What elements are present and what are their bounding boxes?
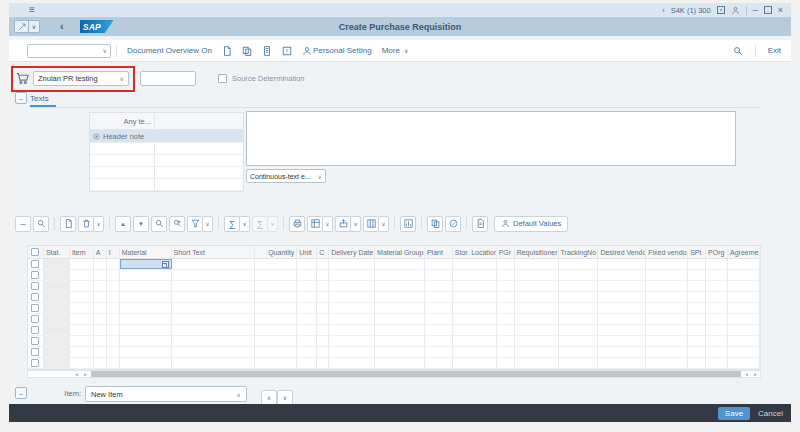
collapse-item-detail-icon[interactable]: –: [15, 387, 27, 399]
export-icon[interactable]: [335, 216, 351, 232]
grid-cell[interactable]: [688, 358, 706, 368]
column-header-item[interactable]: Item: [70, 246, 94, 258]
grid-cell[interactable]: [120, 314, 172, 324]
grid-cell[interactable]: [255, 259, 297, 269]
grid-cell[interactable]: [453, 259, 497, 269]
horizontal-scrollbar[interactable]: ◂ ▸ ◂ ▸: [27, 370, 761, 378]
texts-cell[interactable]: [90, 167, 155, 178]
texts-empty-row[interactable]: [90, 155, 243, 167]
grid-cell[interactable]: [94, 314, 107, 324]
table-search-icon[interactable]: [33, 216, 49, 232]
row-select-cell[interactable]: [28, 325, 44, 335]
grid-cell[interactable]: [375, 358, 425, 368]
texts-row-header-note[interactable]: Header note: [90, 130, 243, 143]
row-checkbox[interactable]: [31, 326, 39, 334]
grid-cell[interactable]: [559, 303, 599, 313]
more-menu-button[interactable]: More ∨: [382, 46, 409, 55]
grid-cell[interactable]: [728, 270, 760, 280]
column-header-c[interactable]: C: [317, 246, 329, 258]
grid-cell[interactable]: [172, 270, 256, 280]
grid-cell[interactable]: [559, 325, 599, 335]
grid-cell[interactable]: [425, 314, 453, 324]
layout-dropdown-icon[interactable]: ∨: [378, 216, 389, 232]
grid-cell[interactable]: [329, 358, 375, 368]
material-cell-focused[interactable]: [120, 259, 172, 269]
grid-cell[interactable]: [559, 358, 599, 368]
texts-cell[interactable]: [155, 179, 243, 190]
grid-cell[interactable]: [317, 325, 329, 335]
grid-cell[interactable]: [497, 259, 515, 269]
sum-icon[interactable]: ∑: [224, 216, 240, 232]
column-header-a[interactable]: A: [94, 246, 107, 258]
grid-cell[interactable]: [70, 303, 94, 313]
grid-cell[interactable]: [598, 292, 646, 302]
grid-cell[interactable]: [598, 347, 646, 357]
hamburger-menu-icon[interactable]: ≡: [29, 5, 35, 15]
row-checkbox[interactable]: [31, 271, 39, 279]
grid-cell[interactable]: [425, 325, 453, 335]
row-checkbox[interactable]: [31, 359, 39, 367]
grid-cell[interactable]: [453, 281, 497, 291]
views-dropdown-icon[interactable]: ∨: [322, 216, 333, 232]
grid-cell[interactable]: [317, 281, 329, 291]
grid-cell[interactable]: [497, 303, 515, 313]
grid-cell[interactable]: [497, 270, 515, 280]
find-next-icon[interactable]: [169, 216, 185, 232]
column-header-material[interactable]: Material: [120, 246, 172, 258]
grid-cell[interactable]: [646, 303, 688, 313]
row-checkbox[interactable]: [31, 304, 39, 312]
grid-cell[interactable]: [172, 292, 256, 302]
grid-cell[interactable]: [375, 336, 425, 346]
grid-cell[interactable]: [375, 281, 425, 291]
grid-cell[interactable]: [646, 347, 688, 357]
grid-cell[interactable]: [120, 281, 172, 291]
row-checkbox[interactable]: [31, 260, 39, 268]
grid-cell[interactable]: [70, 259, 94, 269]
grid-cell[interactable]: [728, 325, 760, 335]
texts-cell[interactable]: [90, 155, 155, 166]
grid-cell[interactable]: [120, 292, 172, 302]
grid-cell[interactable]: [728, 347, 760, 357]
grid-cell[interactable]: [94, 281, 107, 291]
document-overview-button[interactable]: Document Overview On: [127, 46, 212, 55]
row-checkbox[interactable]: [31, 293, 39, 301]
layout-menu-icon[interactable]: [15, 21, 28, 32]
insert-row-icon[interactable]: [60, 216, 76, 232]
maximize-icon[interactable]: [764, 6, 772, 14]
column-header-material-group[interactable]: Material Group: [375, 246, 425, 258]
grid-cell[interactable]: [297, 259, 317, 269]
column-header-delivery-date[interactable]: Delivery Date: [329, 246, 375, 258]
personal-setting-icon[interactable]: [302, 46, 312, 56]
grid-cell[interactable]: [255, 270, 297, 280]
views-icon[interactable]: [307, 216, 323, 232]
exit-button[interactable]: Exit: [768, 46, 781, 55]
grid-cell[interactable]: [172, 303, 256, 313]
grid-cell[interactable]: [120, 347, 172, 357]
grid-cell[interactable]: [728, 336, 760, 346]
scroll-left-icon[interactable]: ◂: [72, 371, 81, 377]
grid-cell[interactable]: [94, 336, 107, 346]
row-select-cell[interactable]: [28, 259, 44, 269]
grid-cell[interactable]: [94, 347, 107, 357]
grid-cell[interactable]: [375, 270, 425, 280]
column-header-unit[interactable]: Unit: [297, 246, 317, 258]
grid-cell[interactable]: [515, 347, 559, 357]
grid-cell[interactable]: [297, 303, 317, 313]
texts-cell[interactable]: [155, 155, 243, 166]
column-header-desired-vendor[interactable]: Desired Vendor: [598, 246, 646, 258]
item-select[interactable]: New Item ∨: [85, 386, 247, 402]
grid-cell[interactable]: [375, 325, 425, 335]
grid-cell[interactable]: [94, 358, 107, 368]
grid-cell[interactable]: [559, 259, 599, 269]
grid-cell[interactable]: [515, 336, 559, 346]
grid-cell[interactable]: [728, 281, 760, 291]
grid-cell[interactable]: [70, 336, 94, 346]
grid-cell[interactable]: [497, 336, 515, 346]
grid-cell[interactable]: [329, 292, 375, 302]
grid-cell[interactable]: [255, 336, 297, 346]
grid-cell[interactable]: [646, 259, 688, 269]
grid-cell[interactable]: [317, 303, 329, 313]
grid-cell[interactable]: [44, 281, 70, 291]
new-session-icon[interactable]: [717, 6, 725, 14]
grid-cell[interactable]: [515, 292, 559, 302]
